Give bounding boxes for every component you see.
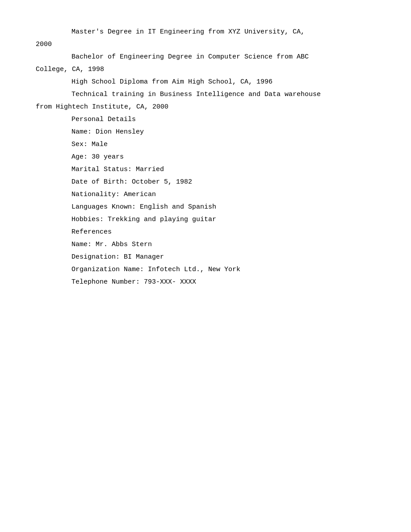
ref-name-line: Name: Mr. Abbs Stern	[36, 239, 375, 250]
ref-designation-line: Designation: BI Manager	[36, 252, 375, 263]
ref-org-line: Organization Name: Infotech Ltd., New Yo…	[36, 264, 375, 275]
bachelor-degree-line2: College, CA, 1998	[36, 64, 375, 75]
age-line: Age: 30 years	[36, 152, 375, 163]
masters-degree-line2: 2000	[36, 39, 375, 50]
languages-line: Languages Known: English and Spanish	[36, 202, 375, 213]
page: Master's Degree in IT Engineering from X…	[0, 0, 411, 532]
personal-details-heading: Personal Details	[36, 114, 375, 125]
marital-status-line: Marital Status: Married	[36, 164, 375, 175]
technical-training-line2: from Hightech Institute, CA, 2000	[36, 102, 375, 113]
highschool-diploma-line: High School Diploma from Aim High School…	[36, 77, 375, 88]
technical-training-line1: Technical training in Business Intellige…	[36, 89, 375, 100]
dob-line: Date of Birth: October 5, 1982	[36, 177, 375, 188]
ref-tel-line: Telephone Number: 793-XXX- XXXX	[36, 277, 375, 288]
hobbies-line: Hobbies: Trekking and playing guitar	[36, 214, 375, 225]
bachelor-degree-line1: Bachelor of Engineering Degree in Comput…	[36, 52, 375, 63]
sex-line: Sex: Male	[36, 139, 375, 150]
nationality-line: Nationality: American	[36, 189, 375, 200]
name-line: Name: Dion Hensley	[36, 127, 375, 138]
masters-degree-line1: Master's Degree in IT Engineering from X…	[36, 27, 375, 38]
references-heading: References	[36, 227, 375, 238]
document-content: Master's Degree in IT Engineering from X…	[0, 27, 411, 288]
